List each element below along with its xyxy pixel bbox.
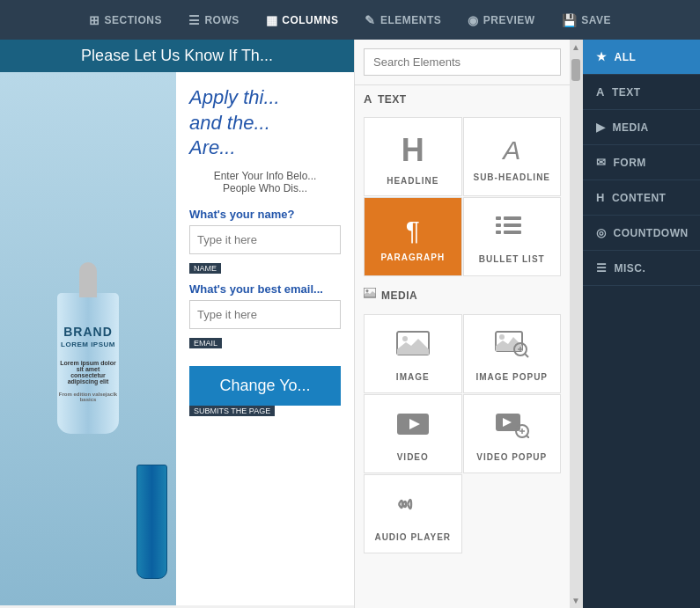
bullet-list-icon: [496, 214, 527, 247]
element-image[interactable]: IMAGE: [364, 314, 462, 393]
misc-sidebar-icon: ☰: [596, 261, 608, 275]
submit-button[interactable]: Change Yo...: [189, 366, 341, 406]
sidebar-item-media[interactable]: ▶ MEDIA: [583, 110, 700, 145]
element-video-popup[interactable]: VIDEO POPUP: [463, 394, 562, 473]
form-subtext: Enter Your Info Belo...People Who Dis...: [189, 170, 341, 194]
element-headline[interactable]: H HEADLINE: [364, 117, 462, 196]
image-popup-label: IMAGE POPUP: [475, 372, 548, 382]
sub-headline-icon: A: [503, 136, 520, 165]
toolbar-rows[interactable]: ☰ ROWS: [188, 13, 239, 27]
sidebar-item-all[interactable]: ★ ALL: [583, 40, 700, 75]
svg-rect-4: [496, 231, 501, 234]
search-box: [355, 40, 570, 85]
brand-name: BRAND: [63, 325, 113, 339]
element-image-popup[interactable]: IMAGE POPUP: [463, 314, 562, 393]
sidebar-label-all: ALL: [615, 51, 637, 63]
bottle-pump: [79, 262, 97, 297]
submit-tag: SUBMITS THE PAGE: [189, 406, 275, 416]
paragraph-icon: ¶: [406, 216, 420, 245]
sidebar-label-media: MEDIA: [613, 121, 649, 134]
svg-point-9: [402, 336, 408, 341]
image-popup-icon: [494, 330, 529, 365]
email-input[interactable]: [189, 300, 341, 329]
svg-line-13: [525, 354, 528, 357]
bottle-body: BRAND LOREM IPSUM Lorem ipsum dolor sit …: [57, 293, 119, 434]
search-input[interactable]: [364, 48, 561, 76]
all-icon: ★: [596, 50, 608, 63]
form-sidebar-icon: ✉: [596, 156, 607, 169]
toolbar-save[interactable]: 💾 SAVE: [562, 13, 611, 27]
brand-sub: LOREM IPSUM: [61, 341, 115, 348]
save-icon: 💾: [562, 13, 578, 27]
sidebar-item-content[interactable]: H CONTENT: [583, 180, 700, 216]
bottle-small: [136, 465, 167, 579]
scroll-down-btn[interactable]: ▼: [569, 593, 583, 608]
element-video[interactable]: VIDEO: [364, 394, 462, 473]
svg-rect-1: [504, 216, 521, 220]
email-label: What's your best email...: [189, 282, 341, 296]
video-popup-icon: [494, 410, 529, 445]
elements-icon: ✎: [365, 13, 376, 27]
video-icon: [395, 410, 431, 445]
media-sidebar-icon: ▶: [596, 121, 606, 134]
media-elements-grid: IMAGE IMAGE POPUP VIDEO: [355, 310, 570, 558]
sidebar-item-text[interactable]: A TEXT: [583, 75, 700, 110]
toolbar: ⊞ SECTIONS ☰ ROWS ▦ COLUMNS ✎ ELEMENTS ◉…: [0, 0, 700, 40]
form-area: Apply thi...and the...Are... Enter Your …: [176, 72, 354, 605]
image-label: IMAGE: [396, 372, 430, 382]
video-label: VIDEO: [397, 452, 429, 462]
sidebar-item-countdown[interactable]: ◎ COUNTDOWN: [583, 216, 700, 251]
video-popup-label: VIDEO POPUP: [476, 452, 547, 462]
svg-rect-5: [504, 231, 521, 234]
brand-footer-text: From edition valsejaclk basics: [57, 392, 119, 402]
product-image-area: BRAND LOREM IPSUM Lorem ipsum dolor sit …: [0, 72, 176, 605]
toolbar-sections[interactable]: ⊞ SECTIONS: [89, 13, 162, 27]
audio-player-label: AUDIO PLAYER: [374, 532, 451, 542]
paragraph-label: PARAGRAPH: [380, 253, 445, 262]
name-tag: NAME: [189, 263, 221, 274]
sidebar-item-form[interactable]: ✉ FORM: [583, 145, 700, 180]
rows-icon: ☰: [188, 13, 201, 27]
content-sidebar-icon: H: [596, 191, 605, 204]
scroll-up-btn[interactable]: ▲: [569, 40, 583, 55]
name-label: What's your name?: [189, 208, 341, 221]
element-bullet-list[interactable]: BULLET LIST: [463, 197, 562, 276]
text-section-label: TEXT: [378, 93, 407, 106]
sub-headline-label: SUB-HEADLINE: [473, 172, 550, 182]
text-section-icon: A: [364, 92, 372, 106]
name-input[interactable]: [189, 225, 341, 254]
svg-rect-0: [496, 216, 501, 220]
brand-body-text: Lorem ipsum dolor sit amet consectetur a…: [57, 357, 119, 387]
headline-label: HEADLINE: [387, 176, 438, 186]
toolbar-preview[interactable]: ◉ PREVIEW: [468, 13, 534, 27]
svg-point-11: [499, 334, 505, 340]
columns-icon: ▦: [266, 13, 278, 27]
email-tag: EMAIL: [189, 338, 222, 348]
sidebar-label-content: CONTENT: [612, 192, 667, 204]
form-headline: Apply thi...and the...Are...: [189, 85, 341, 161]
element-paragraph[interactable]: ¶ PARAGRAPH: [364, 197, 462, 276]
page-body: BRAND LOREM IPSUM Lorem ipsum dolor sit …: [0, 72, 354, 605]
element-sub-headline[interactable]: A SUB-HEADLINE: [463, 117, 562, 196]
bottle-container: BRAND LOREM IPSUM Lorem ipsum dolor sit …: [57, 262, 119, 434]
main-area: Please Let Us Know If Th... BRAND LOREM …: [0, 40, 700, 608]
media-section-icon: [364, 288, 376, 303]
media-section-header: MEDIA: [355, 281, 570, 310]
media-section-label: MEDIA: [381, 289, 417, 302]
element-audio-player[interactable]: AUDIO PLAYER: [364, 474, 462, 553]
sidebar-item-misc[interactable]: ☰ MISC.: [583, 251, 700, 286]
preview-icon: ◉: [468, 13, 479, 27]
svg-point-7: [366, 289, 369, 292]
toolbar-elements[interactable]: ✎ ELEMENTS: [365, 13, 441, 27]
sidebar-label-countdown: COUNTDOWN: [614, 227, 689, 239]
audio-player-icon: [395, 490, 431, 525]
text-section-header: A TEXT: [355, 85, 570, 113]
toolbar-columns[interactable]: ▦ COLUMNS: [266, 13, 339, 27]
image-icon: [395, 330, 431, 365]
sidebar-label-misc: MISC.: [615, 262, 646, 275]
bullet-list-label: BULLET LIST: [479, 254, 545, 264]
svg-line-21: [527, 436, 529, 438]
text-elements-grid: H HEADLINE A SUB-HEADLINE ¶ PARAGRAPH: [355, 113, 570, 281]
elements-panel-content: A TEXT H HEADLINE A SUB-HEADLINE ¶ PARAG…: [355, 40, 582, 608]
countdown-sidebar-icon: ◎: [596, 226, 607, 239]
